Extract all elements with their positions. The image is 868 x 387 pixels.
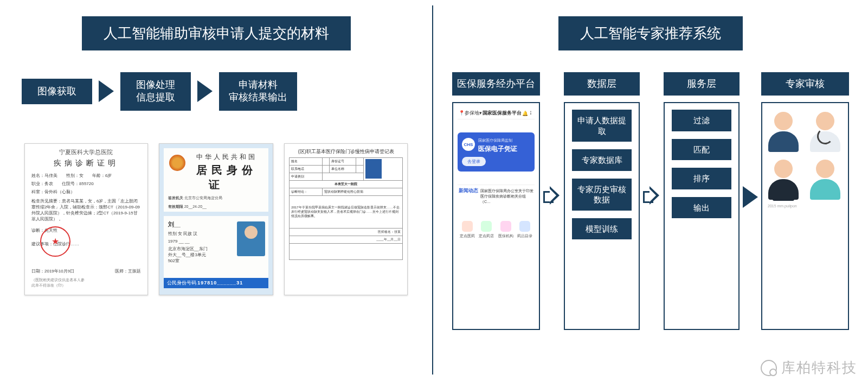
expert-avatar bbox=[766, 156, 801, 200]
doc-hospital: 宁夏医科大学总医院 bbox=[29, 148, 143, 156]
experts-tag: 2015 mm.pulipon bbox=[766, 204, 845, 208]
catalog-icon bbox=[519, 221, 530, 232]
left-panel: 人工智能辅助审核申请人提交的材料 图像获取 图像处理 信息提取 申请材料 审核结… bbox=[0, 0, 432, 387]
flow-step-1: 图像获取 bbox=[22, 79, 92, 104]
arrow-icon bbox=[99, 80, 114, 102]
sample-doc-id-card: 中华人民共和国 居民身份证 签发机关 北京市公安局海淀分局 有效期限 20__2… bbox=[159, 143, 274, 295]
arrow-icon bbox=[743, 186, 758, 208]
left-title: 人工智能辅助审核申请人提交的材料 bbox=[82, 16, 351, 50]
col-platform: 医保服务经办平台 📍参保地▾ 国家医保服务平台 🔔 ⠇ CHS 国家医疗保障局监… bbox=[452, 72, 540, 330]
login-button[interactable]: 去登录 bbox=[462, 157, 486, 166]
arrow-icon bbox=[197, 80, 213, 102]
node: 过滤 bbox=[672, 110, 731, 131]
expert-avatar bbox=[807, 109, 843, 152]
form-title: (区)职工基本医疗保险门诊慢性病申请登记表 bbox=[289, 148, 403, 155]
col-expert-review: 专家审核 2015 mm.pulipon bbox=[761, 72, 849, 330]
doc-line: 职业：务农 住院号：855720 bbox=[29, 181, 143, 187]
col-title: 专家审核 bbox=[761, 72, 849, 96]
wechat-icon bbox=[761, 360, 777, 376]
node: 专家数据库 bbox=[572, 149, 632, 171]
platform-nav: 定点医药 定点药店 医保机构 药品目录 bbox=[458, 221, 535, 239]
node: 排序 bbox=[672, 168, 731, 189]
news-row: 新闻动态 国家医疗保障局办公室关于印发医疗保障疾病诊断相关分组（C… bbox=[458, 185, 535, 208]
col-data-layer: 数据层 申请人数据提取 专家数据库 专家历史审核数据 模型训练 bbox=[564, 72, 640, 330]
flow-step-3: 申请材料 审核结果输出 bbox=[219, 72, 297, 111]
doc-line: 检查所见摘要：患者马某某，女，6岁，主因「左上肢闭塞性缩2年余」入院，辅助检查示… bbox=[29, 198, 143, 222]
national-emblem-icon bbox=[169, 155, 185, 171]
id-photo bbox=[237, 221, 265, 256]
node: 输出 bbox=[672, 197, 731, 219]
arrow-outline-icon bbox=[543, 186, 561, 205]
form-photo bbox=[365, 159, 382, 179]
hospital-icon bbox=[462, 221, 473, 232]
laptop-icon bbox=[773, 190, 794, 201]
node: 专家历史审核数据 bbox=[572, 179, 632, 211]
insurance-card: CHS 国家医疗保障局监制 医保电子凭证 去登录 bbox=[458, 132, 535, 172]
sample-doc-form: (区)职工基本医疗保险门诊慢性病申请登记表 姓名身份证号 联系电话单位名称 申请… bbox=[284, 143, 408, 295]
node: 申请人数据提取 bbox=[572, 110, 632, 142]
doc-line: 医师：王振廷 bbox=[113, 268, 143, 274]
col-title: 服务层 bbox=[664, 72, 740, 96]
expert-avatar bbox=[807, 156, 843, 200]
form-table: 姓名身份证号 联系电话单位名称 申请类别 本表至大一附院 诊断结论：冠状动脉粥样… bbox=[289, 157, 403, 260]
doc-line: （医院相关建议仅供患者本人参 bbox=[29, 277, 87, 283]
pharmacy-icon bbox=[481, 221, 492, 232]
doc-line: 日期：2019年10月9日 bbox=[29, 268, 76, 274]
col-title: 医保服务经办平台 bbox=[452, 72, 540, 96]
id-field: 北京市海淀区__东门外大__号__楼3单元 bbox=[168, 246, 211, 258]
right-title: 人工智能专家推荐系统 bbox=[558, 16, 743, 50]
left-flow: 图像获取 图像处理 信息提取 申请材料 审核结果输出 bbox=[19, 72, 413, 111]
expert-avatar bbox=[766, 109, 801, 152]
doc-title: 疾病诊断证明 bbox=[29, 158, 143, 168]
right-panel: 人工智能专家推荐系统 医保服务经办平台 📍参保地▾ 国家医保服务平台 🔔 ⠇ C… bbox=[433, 0, 868, 387]
node: 匹配 bbox=[672, 139, 731, 161]
doc-line: 姓名：马佳美 性别：女 年龄：6岁 bbox=[29, 173, 143, 179]
bell-icon: 🔔 ⠇ bbox=[522, 111, 533, 116]
agency-icon bbox=[500, 221, 511, 232]
col-title: 数据层 bbox=[564, 72, 640, 96]
flow-step-2: 图像处理 信息提取 bbox=[120, 72, 191, 111]
id-field: 502室 bbox=[168, 258, 265, 264]
sample-doc-diagnosis: 宁夏医科大学总医院 疾病诊断证明 姓名：马佳美 性别：女 年龄：6岁 职业：务农… bbox=[24, 143, 148, 295]
node: 模型训练 bbox=[572, 218, 632, 240]
doc-line: 科室：骨外科（心脑） bbox=[29, 189, 143, 195]
seal-stamp-icon bbox=[40, 226, 70, 257]
doc-line: 此单不得涂改（印） bbox=[29, 283, 68, 288]
arrow-outline-icon bbox=[643, 186, 660, 205]
watermark: 库柏特科技 bbox=[761, 358, 857, 377]
platform-header: 📍参保地▾ 国家医保服务平台 🔔 ⠇ bbox=[458, 107, 535, 119]
col-service-layer: 服务层 过滤 匹配 排序 输出 bbox=[664, 72, 740, 330]
